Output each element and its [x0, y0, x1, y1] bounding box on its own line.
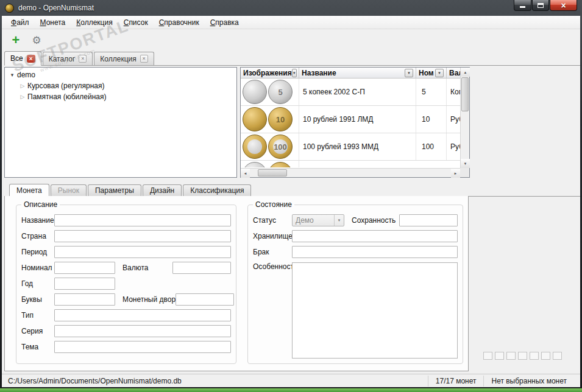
filter-button-nominal[interactable]: ▼ — [435, 69, 444, 77]
table-header: Изображения ▼ Название ▼ Ном ▼ Вал — [241, 68, 460, 79]
maximize-button[interactable] — [532, 0, 549, 11]
year-label: Год — [21, 279, 54, 288]
tree-expanded-icon[interactable]: ▾ — [9, 72, 16, 78]
vertical-scroll-thumb[interactable] — [461, 77, 469, 111]
theme-input[interactable] — [54, 341, 231, 353]
type-input[interactable] — [54, 309, 231, 321]
tab-all-close-icon[interactable]: × — [27, 55, 35, 63]
window-title: demo - OpenNumismat — [18, 4, 94, 12]
scroll-down-icon[interactable]: ▼ — [461, 159, 470, 168]
menu-help[interactable]: Справка — [205, 16, 244, 29]
letters-input[interactable] — [54, 293, 115, 306]
nominal-label: Номинал — [21, 264, 54, 272]
menu-list[interactable]: Список — [118, 16, 154, 29]
tab-catalog[interactable]: Каталог × — [43, 52, 93, 65]
state-groupbox: Состояние Статус Демо ▼ Сохранность Хран… — [247, 205, 463, 364]
status-combobox[interactable]: Демо ▼ — [292, 214, 344, 226]
add-coin-button[interactable]: + — [8, 32, 24, 48]
image-slot-row — [483, 352, 562, 360]
storage-input[interactable] — [292, 230, 458, 242]
coin-images-cell: 5 — [241, 79, 299, 105]
menu-coin[interactable]: Монета — [35, 16, 71, 29]
tab-catalog-close-icon[interactable]: × — [79, 55, 87, 63]
column-header-title[interactable]: Название ▼ — [299, 68, 416, 78]
tab-design[interactable]: Дизайн — [143, 184, 182, 196]
tab-parameters[interactable]: Параметры — [88, 184, 141, 196]
tab-coin[interactable]: Монета — [9, 184, 49, 197]
coin-detail-panel: Описание Название Страна Период Номинал … — [4, 196, 469, 371]
features-textarea[interactable] — [292, 262, 458, 359]
features-label: Особенности — [253, 262, 292, 271]
minimize-button[interactable] — [514, 0, 531, 11]
defect-input[interactable] — [292, 246, 458, 258]
grade-input[interactable] — [399, 214, 458, 226]
tab-collection[interactable]: Коллекция × — [94, 52, 154, 65]
tab-collection-close-icon[interactable]: × — [140, 55, 148, 63]
menu-file[interactable]: Файл — [5, 16, 35, 29]
column-header-images[interactable]: Изображения ▼ — [241, 68, 299, 78]
table-row[interactable]: 10 10 рублей 1991 ЛМД 10 Руб — [241, 106, 460, 133]
name-input[interactable] — [54, 214, 231, 226]
tab-classification[interactable]: Классификация — [183, 184, 251, 196]
tab-market: Рынок — [51, 184, 87, 196]
menu-collection[interactable]: Коллекция — [71, 16, 118, 29]
tree-collapsed-icon[interactable]: ▷ — [19, 94, 26, 100]
image-slot — [518, 352, 527, 360]
table-row[interactable]: 100 100 рублей 1993 ММД 100 Руб — [241, 133, 460, 161]
detail-tab-bar: Монета Рынок Параметры Дизайн Классифика… — [4, 184, 580, 197]
tree-commemorative-label: Памятная (юбилейная) — [26, 93, 107, 101]
coin-table: Изображения ▼ Название ▼ Ном ▼ Вал — [240, 67, 470, 178]
tab-catalog-label: Каталог — [49, 55, 76, 63]
settings-button[interactable]: ⚙ — [29, 32, 44, 48]
column-header-nominal[interactable]: Ном ▼ — [416, 68, 447, 78]
plus-icon: + — [12, 34, 20, 46]
defect-label: Брак — [253, 248, 292, 256]
nominal-input[interactable] — [54, 262, 115, 274]
image-slot — [541, 352, 550, 360]
filter-button-title[interactable]: ▼ — [405, 69, 413, 77]
description-group-title: Описание — [21, 200, 60, 209]
country-input[interactable] — [54, 230, 231, 242]
horizontal-scroll-thumb[interactable] — [258, 169, 287, 177]
column-header-currency[interactable]: Вал — [447, 68, 460, 78]
letters-label: Буквы — [21, 295, 54, 304]
menu-reference[interactable]: Справочник — [154, 16, 205, 29]
table-vertical-scrollbar[interactable]: ▲ ▼ — [460, 68, 469, 168]
year-input[interactable] — [54, 278, 115, 290]
tree-item-commemorative[interactable]: ▷ Памятная (юбилейная) — [5, 91, 236, 102]
statusbar: C:/Users/Admin/Documents/OpenNumismat/de… — [2, 374, 580, 387]
database-path: C:/Users/Admin/Documents/OpenNumismat/de… — [8, 377, 182, 385]
series-input[interactable] — [54, 325, 231, 337]
scroll-left-icon[interactable]: ◄ — [241, 169, 250, 178]
table-horizontal-scrollbar[interactable]: ◄ ► — [241, 168, 460, 177]
window-bottom-edge — [0, 388, 582, 392]
mint-label: Монетный двор — [122, 295, 176, 304]
combo-arrow-icon: ▼ — [334, 215, 344, 226]
table-body: 5 5 копеек 2002 С-П 5 Коп 10 10 рублей 1… — [241, 79, 460, 168]
currency-input[interactable] — [172, 262, 231, 274]
window-controls: × — [514, 0, 577, 11]
coin-count: 17/17 монет — [428, 376, 484, 387]
gear-icon: ⚙ — [32, 35, 41, 46]
tree-collapsed-icon[interactable]: ▷ — [19, 83, 26, 89]
scroll-right-icon[interactable]: ► — [451, 169, 460, 178]
scroll-up-icon[interactable]: ▲ — [461, 68, 470, 77]
minimize-icon — [520, 6, 525, 8]
tree-item-root[interactable]: ▾ demo — [5, 69, 236, 80]
filter-button-images[interactable]: ▼ — [292, 69, 297, 77]
table-row[interactable]: 5 5 копеек 2002 С-П 5 Коп — [241, 79, 460, 106]
coin-nominal-cell: 10 — [416, 106, 447, 133]
tree-item-regular[interactable]: ▷ Курсовая (регулярная) — [5, 80, 236, 91]
period-input[interactable] — [54, 246, 231, 258]
window-content: Файл Монета Коллекция Список Справочник … — [2, 16, 580, 387]
coin-nominal-cell: 100 — [416, 133, 447, 160]
table-row-partial[interactable] — [241, 161, 460, 167]
close-button[interactable]: × — [550, 0, 577, 11]
coin-images-cell: 10 — [241, 106, 299, 133]
app-window: demo - OpenNumismat × Файл Монета Коллек… — [0, 0, 582, 392]
titlebar[interactable]: demo - OpenNumismat × — [0, 0, 582, 16]
tab-all[interactable]: Все × — [4, 51, 41, 66]
mint-input[interactable] — [176, 293, 234, 306]
country-label: Страна — [21, 232, 54, 240]
coin-reverse-image: 5 — [268, 80, 293, 104]
